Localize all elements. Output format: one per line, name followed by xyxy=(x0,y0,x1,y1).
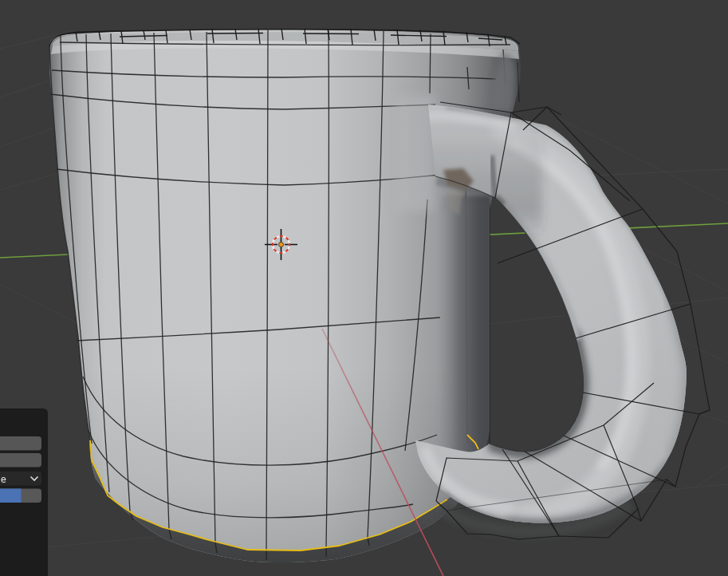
svg-text:e: e xyxy=(1,474,6,485)
